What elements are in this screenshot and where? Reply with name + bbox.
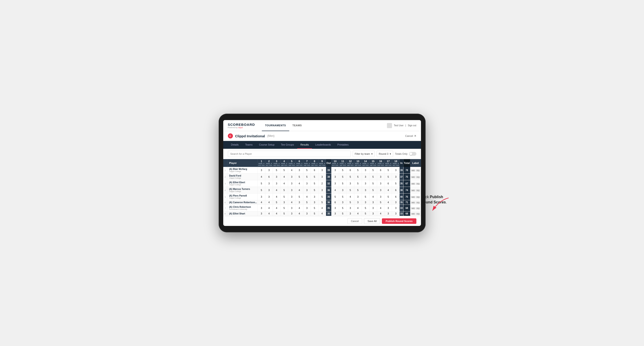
score-hole-15[interactable]: 3 xyxy=(369,211,377,216)
score-hole-9[interactable]: 4 xyxy=(318,205,326,211)
tab-printables[interactable]: Printables xyxy=(334,141,352,149)
score-hole-10[interactable]: 6 xyxy=(331,200,339,205)
score-hole-8[interactable]: 5 xyxy=(310,211,318,216)
score-hole-11[interactable]: 3 xyxy=(339,200,346,205)
score-hole-11[interactable]: 5 xyxy=(339,180,346,187)
score-hole-13[interactable]: 5 xyxy=(354,173,362,180)
tab-details[interactable]: Details xyxy=(228,141,242,149)
score-hole-4[interactable]: 3 xyxy=(280,200,288,205)
score-hole-1[interactable]: 5 xyxy=(258,187,265,193)
dq-badge[interactable]: DQ xyxy=(416,176,420,178)
score-hole-17[interactable]: 5 xyxy=(384,173,392,180)
score-hole-5[interactable]: 3 xyxy=(288,187,296,193)
wd-badge[interactable]: WD xyxy=(411,213,415,215)
wd-badge[interactable]: WD xyxy=(411,169,415,172)
score-hole-12[interactable]: 3 xyxy=(346,211,354,216)
score-hole-3[interactable]: 4 xyxy=(273,205,280,211)
score-hole-6[interactable]: 3 xyxy=(296,200,303,205)
score-hole-10[interactable]: 5 xyxy=(331,193,339,200)
score-hole-2[interactable]: 3 xyxy=(265,167,273,173)
search-input[interactable] xyxy=(228,151,351,157)
score-hole-17[interactable]: 5 xyxy=(384,193,392,200)
score-hole-4[interactable]: 5 xyxy=(280,187,288,193)
score-hole-2[interactable]: 3 xyxy=(265,180,273,187)
score-hole-15[interactable]: 3 xyxy=(369,200,377,205)
score-hole-3[interactable]: 4 xyxy=(273,193,280,200)
score-hole-3[interactable]: 5 xyxy=(273,200,280,205)
score-hole-2[interactable]: 3 xyxy=(265,193,273,200)
dq-badge[interactable]: DQ xyxy=(416,213,420,215)
score-hole-18[interactable]: 3 xyxy=(392,205,400,211)
score-hole-12[interactable]: 5 xyxy=(346,200,354,205)
score-hole-8[interactable]: 5 xyxy=(310,180,318,187)
cancel-button[interactable]: Cancel xyxy=(348,218,362,224)
dq-badge[interactable]: DQ xyxy=(416,196,420,198)
filter-by-team-dropdown[interactable]: Filter by team ▾ xyxy=(353,151,375,157)
score-hole-7[interactable]: 4 xyxy=(303,193,310,200)
score-hole-5[interactable]: 4 xyxy=(288,200,296,205)
score-hole-10[interactable]: 4 xyxy=(331,187,339,193)
score-hole-7[interactable]: 3 xyxy=(303,211,310,216)
score-hole-16[interactable]: 6 xyxy=(377,167,384,173)
score-hole-18[interactable]: 3 xyxy=(392,211,400,216)
score-hole-5[interactable]: 3 xyxy=(288,211,296,216)
score-hole-7[interactable]: 5 xyxy=(303,173,310,180)
score-hole-11[interactable]: 5 xyxy=(339,173,346,180)
score-hole-11[interactable]: 5 xyxy=(339,211,346,216)
score-hole-15[interactable]: 5 xyxy=(369,180,377,187)
round-dropdown[interactable]: Round 3 ▾ xyxy=(376,151,393,157)
score-hole-1[interactable]: 4 xyxy=(258,173,265,180)
score-hole-13[interactable]: 4 xyxy=(354,205,362,211)
score-hole-13[interactable]: 5 xyxy=(354,187,362,193)
score-hole-5[interactable]: 3 xyxy=(288,193,296,200)
score-hole-2[interactable]: 4 xyxy=(265,200,273,205)
nav-tournaments[interactable]: TOURNAMENTS xyxy=(262,120,289,131)
publish-round-scores-button[interactable]: Publish Round Scores xyxy=(382,218,416,224)
wd-badge[interactable]: WD xyxy=(411,176,415,178)
score-hole-9[interactable]: 4 xyxy=(318,211,326,216)
score-hole-8[interactable]: 5 xyxy=(310,187,318,193)
score-hole-15[interactable]: 4 xyxy=(369,193,377,200)
score-hole-13[interactable]: 3 xyxy=(354,200,362,205)
score-hole-13[interactable]: 4 xyxy=(354,211,362,216)
dq-badge[interactable]: DQ xyxy=(416,201,420,204)
totals-only-toggle[interactable]: Totals Only xyxy=(395,152,416,156)
score-hole-7[interactable]: 5 xyxy=(303,167,310,173)
score-hole-8[interactable]: 5 xyxy=(310,173,318,180)
sign-out-link[interactable]: Sign out xyxy=(408,124,416,127)
score-hole-4[interactable]: 4 xyxy=(280,173,288,180)
score-hole-17[interactable]: 6 xyxy=(384,180,392,187)
score-hole-7[interactable]: 5 xyxy=(303,200,310,205)
score-hole-17[interactable]: 3 xyxy=(384,205,392,211)
score-hole-15[interactable]: 5 xyxy=(369,173,377,180)
score-hole-16[interactable]: 3 xyxy=(377,180,384,187)
score-hole-1[interactable]: 4 xyxy=(258,200,265,205)
dq-badge[interactable]: DQ xyxy=(416,207,420,210)
score-hole-6[interactable]: 3 xyxy=(296,167,303,173)
score-hole-16[interactable]: 3 xyxy=(377,193,384,200)
score-hole-12[interactable]: 4 xyxy=(346,193,354,200)
score-hole-10[interactable]: 3 xyxy=(331,211,339,216)
score-hole-1[interactable]: 5 xyxy=(258,180,265,187)
score-hole-14[interactable]: 5 xyxy=(362,193,369,200)
score-hole-4[interactable]: 4 xyxy=(280,180,288,187)
score-hole-6[interactable]: 4 xyxy=(296,205,303,211)
score-hole-7[interactable]: 3 xyxy=(303,187,310,193)
score-hole-14[interactable]: 5 xyxy=(362,211,369,216)
score-hole-18[interactable]: 3 xyxy=(392,167,400,173)
score-hole-11[interactable]: 5 xyxy=(339,205,346,211)
score-hole-9[interactable]: 5 xyxy=(318,200,326,205)
tab-teams[interactable]: Teams xyxy=(242,141,256,149)
score-hole-13[interactable]: 3 xyxy=(354,193,362,200)
score-hole-14[interactable]: 3 xyxy=(362,167,369,173)
score-hole-16[interactable]: 3 xyxy=(377,187,384,193)
score-hole-1[interactable]: 3 xyxy=(258,167,265,173)
cancel-tournament-button[interactable]: Cancel ✕ xyxy=(405,134,416,138)
score-hole-9[interactable]: 3 xyxy=(318,187,326,193)
score-hole-8[interactable]: 5 xyxy=(310,205,318,211)
dq-badge[interactable]: DQ xyxy=(416,189,420,192)
score-hole-11[interactable]: 5 xyxy=(339,167,346,173)
score-hole-12[interactable]: 6 xyxy=(346,167,354,173)
score-hole-1[interactable]: 3 xyxy=(258,205,265,211)
score-hole-3[interactable]: 4 xyxy=(273,187,280,193)
